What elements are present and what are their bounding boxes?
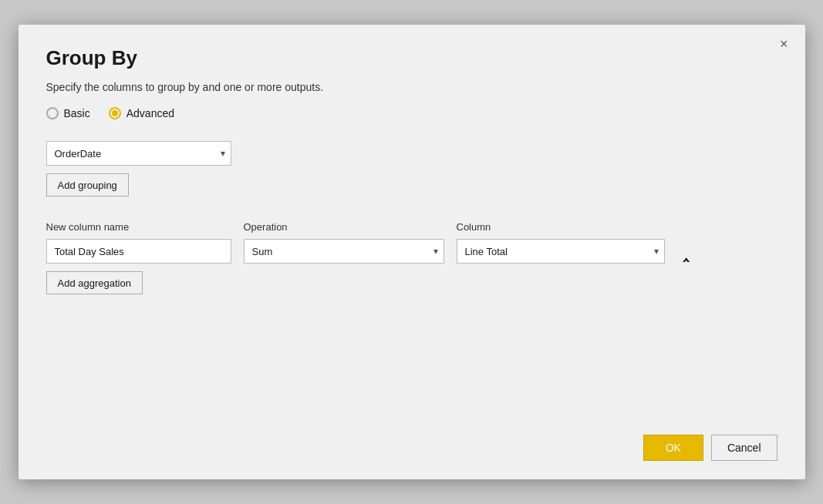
cancel-button[interactable]: Cancel — [711, 435, 777, 461]
order-date-select-wrapper: OrderDate — [46, 141, 231, 166]
column-header: Column — [457, 221, 491, 233]
new-column-name-input[interactable] — [46, 239, 231, 264]
radio-basic-text: Basic — [64, 107, 90, 119]
radio-advanced-text: Advanced — [126, 107, 174, 119]
dialog-title: Group By — [46, 46, 777, 70]
grouping-section: OrderDate Add grouping — [46, 141, 777, 197]
grouping-dropdown-row: OrderDate — [46, 141, 777, 166]
ok-button[interactable]: OK — [643, 435, 703, 461]
column-select-wrapper: Line Total — [457, 239, 665, 264]
radio-advanced-indicator — [109, 107, 121, 119]
operation-select-wrapper: Sum — [244, 239, 444, 264]
aggregation-headers: New column name Operation Column — [46, 221, 777, 233]
group-by-dialog: × Group By Specify the columns to group … — [19, 25, 805, 479]
operation-header: Operation — [244, 221, 444, 233]
column-select[interactable]: Line Total — [457, 239, 665, 264]
close-button[interactable]: × — [775, 34, 793, 54]
radio-advanced-label[interactable]: Advanced — [109, 107, 174, 119]
radio-group: Basic Advanced — [46, 107, 777, 119]
grouping-column-select[interactable]: OrderDate — [46, 141, 231, 166]
new-column-header: New column name — [46, 221, 231, 233]
aggregation-row: Sum Line Total ‸ — [46, 239, 777, 264]
radio-basic-label[interactable]: Basic — [46, 107, 90, 119]
aggregation-section: New column name Operation Column Sum Lin… — [46, 221, 777, 294]
text-cursor-indicator: ‸ — [683, 243, 689, 263]
operation-select[interactable]: Sum — [244, 239, 444, 264]
dialog-footer: OK Cancel — [46, 410, 777, 461]
dialog-subtitle: Specify the columns to group by and one … — [46, 81, 777, 93]
add-grouping-button[interactable]: Add grouping — [46, 173, 129, 197]
add-aggregation-button[interactable]: Add aggregation — [46, 271, 143, 294]
radio-basic-indicator — [46, 107, 59, 119]
